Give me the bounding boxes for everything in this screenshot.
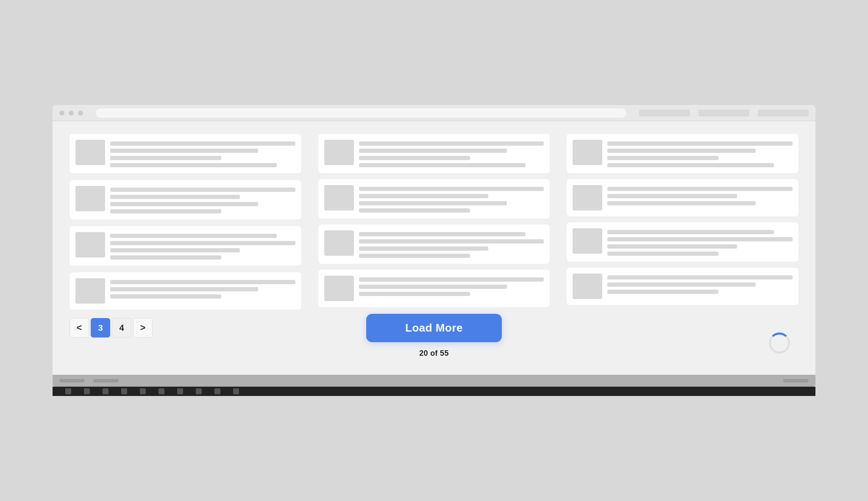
list-item	[567, 179, 798, 216]
content-line	[110, 294, 221, 299]
browser-status-bar	[53, 375, 815, 387]
card-thumbnail	[324, 185, 354, 210]
traffic-light-3	[78, 111, 83, 116]
card-thumbnail	[324, 230, 354, 256]
browser-tab-3[interactable]	[758, 110, 809, 116]
footer-item	[196, 388, 202, 394]
count-indicator: 20 of 55	[419, 349, 448, 358]
card-content	[359, 230, 544, 258]
list-item	[318, 270, 550, 307]
content-line	[110, 195, 240, 199]
status-indicator-1	[59, 379, 85, 382]
left-panel: < 3 4 >	[61, 134, 310, 358]
content-line	[359, 254, 470, 258]
loading-spinner	[769, 332, 790, 354]
card-thumbnail	[75, 232, 105, 257]
content-line	[110, 188, 295, 192]
status-indicator-2	[93, 379, 119, 382]
list-item	[70, 226, 301, 266]
browser-tab-2[interactable]	[698, 110, 749, 116]
content-line	[359, 285, 507, 289]
card-thumbnail	[573, 185, 602, 210]
content-line	[359, 194, 489, 198]
content-line	[607, 275, 793, 280]
footer-item	[177, 388, 183, 394]
content-line	[607, 149, 755, 153]
pagination-prev-button[interactable]: <	[70, 318, 89, 338]
list-item	[318, 134, 550, 173]
content-line	[607, 194, 737, 198]
pagination: < 3 4 >	[70, 318, 301, 338]
browser-chrome	[53, 105, 815, 121]
footer-item	[65, 388, 71, 394]
footer-item	[121, 388, 127, 394]
list-item	[70, 180, 301, 219]
card-thumbnail	[573, 228, 602, 254]
content-line	[110, 202, 258, 206]
list-item	[567, 134, 798, 173]
content-line	[110, 255, 221, 260]
right-panel	[558, 134, 807, 358]
center-panel: Load More 20 of 55	[310, 134, 559, 358]
content-line	[359, 232, 526, 236]
pagination-next-button[interactable]: >	[133, 318, 153, 338]
content-line	[359, 149, 507, 153]
card-thumbnail	[573, 140, 602, 165]
center-cards	[318, 134, 550, 307]
card-content	[359, 276, 544, 296]
content-line	[110, 156, 221, 160]
content-line	[110, 241, 295, 245]
content-line	[607, 252, 718, 256]
list-item	[70, 272, 301, 310]
loading-spinner-area	[769, 332, 798, 358]
content-line	[110, 141, 295, 146]
card-thumbnail	[324, 276, 354, 301]
card-content	[110, 232, 295, 260]
content-line	[359, 163, 526, 167]
card-content	[607, 228, 793, 256]
content-line	[359, 277, 544, 282]
load-more-button[interactable]: Load More	[366, 314, 502, 342]
content-line	[359, 201, 507, 205]
traffic-light-1	[59, 111, 64, 116]
traffic-light-2	[69, 111, 74, 116]
address-bar[interactable]	[96, 108, 626, 118]
footer-item	[159, 388, 164, 394]
status-indicator-3	[783, 379, 809, 382]
content-line	[607, 141, 793, 146]
card-content	[110, 278, 295, 299]
content-line	[359, 208, 470, 213]
card-content	[607, 140, 793, 167]
content-line	[110, 280, 295, 284]
content-line	[359, 187, 544, 191]
content-line	[607, 201, 755, 205]
list-item	[70, 134, 301, 173]
footer-item	[140, 388, 146, 394]
card-thumbnail	[75, 140, 105, 165]
content-line	[359, 239, 544, 244]
list-item	[318, 179, 550, 219]
pagination-page4-button[interactable]: 4	[112, 318, 131, 338]
content-line	[110, 287, 258, 291]
content-line	[607, 187, 793, 191]
card-content	[607, 274, 793, 294]
content-line	[607, 230, 774, 234]
card-thumbnail	[324, 140, 354, 165]
content-line	[110, 163, 277, 167]
content-line	[359, 156, 470, 160]
browser-tabs	[639, 110, 809, 116]
card-content	[110, 140, 295, 167]
content-line	[607, 163, 774, 167]
card-content	[110, 186, 295, 213]
card-content	[359, 140, 544, 167]
list-item	[567, 268, 798, 305]
footer	[53, 387, 815, 396]
pagination-page3-button[interactable]: 3	[91, 318, 110, 338]
footer-item	[84, 388, 90, 394]
content-line	[359, 246, 489, 251]
card-thumbnail	[75, 186, 105, 211]
footer-item	[233, 388, 239, 394]
footer-item	[103, 388, 108, 394]
browser-tab-1[interactable]	[639, 110, 690, 116]
right-cards	[567, 134, 798, 326]
